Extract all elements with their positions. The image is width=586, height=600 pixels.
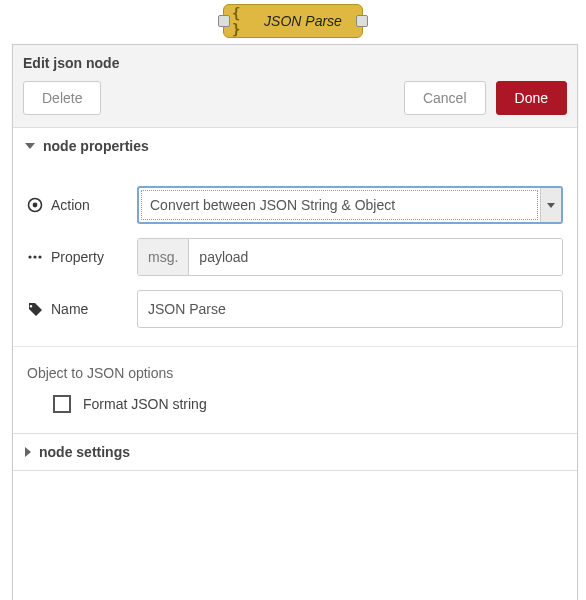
tag-icon [27,301,43,317]
cancel-button[interactable]: Cancel [404,81,486,115]
section-node-properties: node properties Action Convert between J… [13,128,577,434]
section-node-properties-header[interactable]: node properties [13,128,577,164]
node-output-port[interactable] [356,15,368,27]
property-field[interactable]: msg. [137,238,563,276]
json-node[interactable]: { } JSON Parse [223,4,363,38]
name-label: Name [51,301,88,317]
section-node-settings-header[interactable]: node settings [13,434,577,470]
action-icon [27,197,43,213]
tray-title: Edit json node [23,55,567,71]
property-label: Property [51,249,104,265]
delete-button[interactable]: Delete [23,81,101,115]
svg-point-4 [38,255,41,258]
property-icon [27,249,43,265]
format-json-label: Format JSON string [83,396,207,412]
tray-header: Edit json node Delete Cancel Done [13,45,577,128]
svg-point-1 [33,203,38,208]
node-label: JSON Parse [264,13,342,29]
svg-point-2 [28,255,31,258]
action-select[interactable]: Convert between JSON String & Object [137,186,563,224]
action-select-toggle[interactable] [540,188,561,222]
svg-point-3 [33,255,36,258]
action-label: Action [51,197,90,213]
section-node-settings-title: node settings [39,444,130,460]
action-select-value: Convert between JSON String & Object [141,190,538,220]
chevron-right-icon [25,447,31,457]
chevron-down-icon [25,143,35,149]
chevron-down-icon [547,203,555,208]
name-input[interactable] [137,290,563,328]
property-input[interactable] [189,239,562,275]
section-node-settings: node settings [13,434,577,471]
json-icon: { } [232,11,252,31]
object-to-json-heading: Object to JSON options [27,365,563,381]
edit-tray: Edit json node Delete Cancel Done node p… [12,44,578,600]
section-node-properties-title: node properties [43,138,149,154]
format-json-checkbox[interactable] [53,395,71,413]
node-input-port[interactable] [218,15,230,27]
property-prefix[interactable]: msg. [138,239,189,275]
divider [13,346,577,347]
done-button[interactable]: Done [496,81,567,115]
